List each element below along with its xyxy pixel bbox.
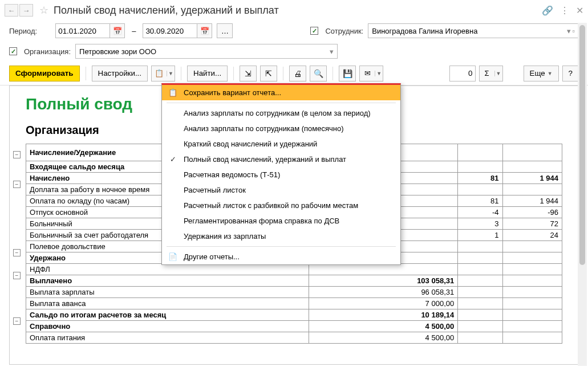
menu-other-reports[interactable]: 📄 Другие отчеты... [162,249,400,264]
row-value: 1 [458,230,502,241]
print-icon[interactable]: 🖨 [289,66,306,81]
menu-separator [167,103,396,103]
menu-label: Полный свод начислений, удержаний и выпл… [184,155,346,164]
row-value [458,264,502,275]
row-label: Справочно [26,321,309,332]
menu-label: Расчетная ведомость (Т-51) [184,170,280,179]
row-label: Выплата аванса [26,298,309,309]
report-variant-button[interactable]: 📋 ▼ [151,66,175,81]
menu-report-variant[interactable]: Расчетный листок с разбивкой по рабочим … [162,198,400,213]
row-value: 72 [502,218,562,230]
org-dropdown-icon[interactable]: ▾ [330,47,334,56]
row-value: 96 058,31 [309,287,458,298]
settings-button[interactable]: Настройки... [92,66,148,81]
nav-back-button[interactable]: ← [5,4,18,17]
chevron-down-icon: ▼ [494,71,502,76]
menu-report-variant[interactable]: ✓Полный свод начислений, удержаний и вып… [162,152,400,167]
row-value [458,241,502,252]
menu-save-variant[interactable]: 📋 Сохранить вариант отчета... [162,85,400,100]
sigma-icon: Σ [485,69,489,78]
menu-report-variant[interactable]: Анализ зарплаты по сотрудникам (в целом … [162,105,400,121]
row-value: 1 944 [502,173,562,184]
row-label: Выплата зарплаты [26,287,309,298]
employee-dropdown-icon[interactable]: ▾ [567,27,571,35]
toolbar-separator [283,67,283,80]
menu-report-variant[interactable]: Расчетный листок [162,182,400,198]
employee-open-icon[interactable]: ▫ [572,27,575,35]
org-checkbox[interactable]: ✓ [9,47,17,55]
row-label: Выплачено [26,275,309,287]
tree-collapse-button[interactable]: − [13,249,21,256]
row-value [502,184,562,195]
close-icon[interactable]: ✕ [576,5,583,16]
calendar-from-button[interactable]: 📅 [110,23,125,38]
sum-button[interactable]: Σ ▼ [479,66,503,81]
tree-collapse-button[interactable]: − [13,181,21,188]
org-input[interactable]: Петровские зори ООО ▾ [75,44,338,59]
report-variant-icon: 📋 [155,69,164,78]
kebab-menu-icon[interactable]: ⋮ [560,5,569,16]
preview-icon[interactable]: 🔍 [310,66,327,81]
menu-label: Анализ зарплаты по сотрудникам (в целом … [184,109,371,117]
date-to-input[interactable] [143,23,197,38]
menu-label: Регламентированная форма справка по ДСВ [184,217,339,225]
menu-report-variant[interactable]: Краткий свод начислений и удержаний [162,136,400,152]
row-value: 4 500,00 [309,321,458,332]
row-value: 24 [502,230,562,241]
check-icon: ✓ [168,155,178,164]
row-value: -4 [458,207,502,218]
menu-report-variant[interactable]: Анализ зарплаты по сотрудникам (помесячн… [162,121,400,136]
collapse-icon[interactable]: ⇱ [260,66,277,81]
email-button[interactable]: ✉ ▼ [359,66,383,81]
period-label: Период: [9,27,37,35]
table-row: Выплата зарплаты96 058,31 [26,287,562,298]
calendar-to-button[interactable]: 📅 [197,23,212,38]
row-value [458,252,502,264]
row-label: Сальдо по итогам расчетов за месяц [26,309,309,321]
menu-report-variant[interactable]: Удержания из зарплаты [162,229,400,244]
row-value: -96 [502,207,562,218]
tree-collapse-button[interactable]: − [13,317,21,325]
row-value [502,332,562,344]
report-variant-dropdown: 📋 Сохранить вариант отчета... Анализ зар… [161,83,401,265]
find-button[interactable]: Найти... [187,66,228,81]
menu-report-variant[interactable]: Расчетная ведомость (Т-51) [162,167,400,182]
menu-label: Расчетный листок с разбивкой по рабочим … [184,201,358,210]
help-button[interactable]: ? [562,66,579,81]
toolbar-separator [181,67,181,80]
link-icon[interactable]: 🔗 [542,5,553,16]
row-value [502,252,562,264]
tree-collapse-button[interactable]: − [13,151,21,158]
vertical-scrollbar[interactable] [578,23,587,366]
row-value [502,321,562,332]
row-value [458,298,502,309]
cell-value-input[interactable] [449,66,476,81]
row-value [458,287,502,298]
toolbar-separator [332,67,333,80]
row-value [502,287,562,298]
date-range-dash: – [132,27,136,35]
menu-report-variant[interactable]: Регламентированная форма справка по ДСВ [162,213,400,229]
table-row: Оплата питания4 500,00 [26,332,562,344]
row-value: 103 058,31 [309,275,458,287]
row-value: 1 944 [502,195,562,207]
period-picker-button[interactable]: … [217,23,233,38]
save-icon[interactable]: 💾 [339,66,356,81]
expand-icon[interactable]: ⇲ [240,66,257,81]
row-value: 7 000,00 [309,298,458,309]
nav-forward-button[interactable]: → [19,4,33,17]
row-value [502,161,562,173]
date-from-input[interactable] [55,23,110,38]
email-icon: ✉ [364,69,371,78]
tree-collapse-button[interactable]: − [13,272,21,279]
table-row: НДФЛ [26,264,562,275]
row-value [458,161,502,173]
employee-checkbox[interactable]: ✓ [310,27,318,35]
menu-label: Удержания из зарплаты [184,232,266,241]
menu-label: Расчетный листок [184,186,246,194]
more-button[interactable]: Еще ▼ [524,66,559,81]
favorite-star-icon[interactable]: ☆ [38,4,50,17]
row-value [458,321,502,332]
employee-input[interactable]: Виноградова Галина Игоревна ▾ ▫ [368,23,579,38]
form-button[interactable]: Сформировать [9,66,80,81]
